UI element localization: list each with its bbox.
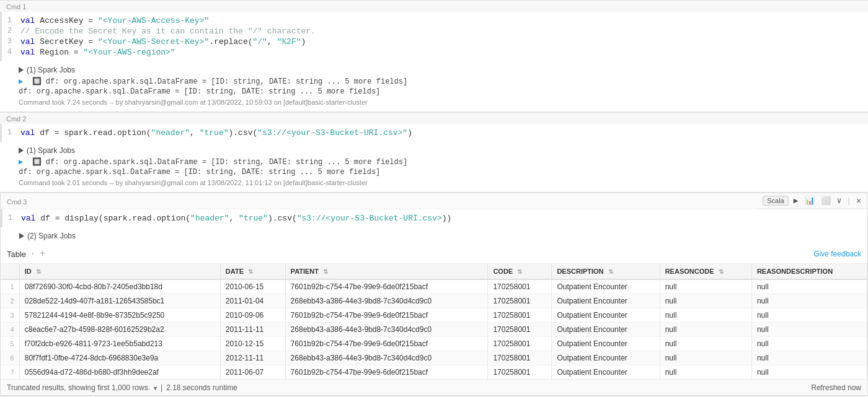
table-cell: 268ebb43-a386-44e3-9bd8-7c340d4cd9c0 [285,323,488,337]
col-header-description[interactable]: DESCRIPTION ⇅ [552,264,660,279]
cmd1-label: Cmd 1 [0,0,868,12]
expand-icon[interactable] [19,233,24,239]
col-header-reasoncode[interactable]: REASONCODE ⇅ [660,264,751,279]
table-body: 108f72690-30f0-4cbd-80b7-2405ed3bb18d201… [1,279,867,380]
table-cell: null [660,294,751,308]
row-num-cell: 4 [1,323,19,337]
table-row: 108f72690-30f0-4cbd-80b7-2405ed3bb18d201… [1,279,867,294]
table-cell: 80f7fdf1-0fbe-4724-8dcb-6968830e3e9a [19,351,220,365]
table-footer: Truncated results, showing first 1,000 r… [1,380,867,395]
table-cell: Outpatient Encounter [552,294,660,308]
col-header-reasondescription[interactable]: REASONDESCRIPTION [751,264,867,279]
cell-3: Cmd 3 Scala ▶ 📊 ⬜ ∨ | ✕ 1 val df = displ… [0,193,868,396]
table-cell: Outpatient Encounter [552,337,660,351]
table-cell: null [660,351,751,365]
footer-left: Truncated results, showing first 1,000 r… [7,383,237,392]
code-line: 1 val df = display(spark.read.option("he… [2,213,867,224]
dropdown-arrow[interactable]: ▾ [154,385,157,391]
tab-table-label[interactable]: Table [7,250,26,259]
spark-jobs-label: (2) Spark Jobs [27,232,76,240]
cell-2: Cmd 2 1 val df = spark.read.option("head… [0,112,868,193]
cmd3-output: (2) Spark Jobs [1,227,867,245]
table-header-row: ID ⇅ DATE ⇅ PATIENT ⇅ CODE ⇅ DESCRIPTION… [1,264,867,279]
table-cell: 170258001 [488,294,552,308]
expand-icon[interactable]: ⬜ [820,196,832,206]
data-table: ID ⇅ DATE ⇅ PATIENT ⇅ CODE ⇅ DESCRIPTION… [1,264,867,380]
table-cell: Outpatient Encounter [552,323,660,337]
table-cell: null [751,279,867,294]
chart-icon[interactable]: 📊 [804,196,816,206]
refreshed-label: Refreshed now [811,383,861,392]
table-toolbar-left: Table · + [7,248,45,260]
row-num-cell: 5 [1,337,19,351]
table-cell: c8eac6e7-a27b-4598-828f-60162529b2a2 [19,323,220,337]
col-header-id[interactable]: ID ⇅ [19,264,220,279]
table-cell: null [660,337,751,351]
footer-divider: | [161,383,162,392]
code-line: 1 val AccessKey = "<Your-AWS-Access-Key>… [2,15,868,26]
spark-jobs-row[interactable]: (1) Spark Jobs [19,144,862,157]
table-cell: null [751,323,867,337]
table-cell: 170258001 [488,365,552,380]
expand-icon[interactable] [19,147,24,154]
table-cell: Outpatient Encounter [552,365,660,380]
col-header-code[interactable]: CODE ⇅ [488,264,552,279]
add-tab-button[interactable]: + [40,248,46,260]
table-cell: Outpatient Encounter [552,308,660,323]
code-content: val df = display(spark.read.option("head… [21,214,861,223]
table-row: 680f7fdf1-0fbe-4724-8dcb-6968830e3e9a201… [1,351,867,365]
code-line: 4 val Region = "<Your-AWS-region>" [2,47,868,58]
table-cell: 7601b92b-c754-47be-99e9-6de0f215bacf [285,365,488,380]
cmd2-output: (1) Spark Jobs ▶ 🔲 df: org.apache.spark.… [0,142,868,192]
give-feedback-button[interactable]: Give feedback [813,250,861,258]
col-header-patient[interactable]: PATIENT ⇅ [285,264,488,279]
table-cell: 7601b92b-c754-47be-99e9-6de0f215bacf [285,279,488,294]
table-cell: 0556d94a-d72-486d-b680-df3hh9dee2af [19,365,220,380]
table-cell: null [660,365,751,380]
cmd3-label: Cmd 3 [1,196,33,207]
spark-jobs-row[interactable]: (2) Spark Jobs [19,230,861,242]
table-cell: 2010-09-06 [220,308,285,323]
cell3-toolbar: Scala ▶ 📊 ⬜ ∨ | ✕ [758,193,867,209]
table-cell: 170258001 [488,351,552,365]
row-num-cell: 3 [1,308,19,323]
divider: | [846,196,851,206]
chevron-down-icon[interactable]: ∨ [836,196,843,206]
df-spark-line: ▶ 🔲 df: org.apache.spark.sql.DataFrame =… [19,157,862,167]
table-row: 357821244-4194-4e8f-8b9e-87352b5c9250201… [1,308,867,323]
table-cell: 7601b92b-c754-47be-99e9-6de0f215bacf [285,337,488,351]
line-num: 1 [2,16,20,25]
table-cell: null [751,337,867,351]
code-content: val AccessKey = "<Your-AWS-Access-Key>" [20,16,862,25]
code-content: val SecretKey = "<Your-AWS-Secret-Key>".… [20,37,862,46]
cmd2-label: Cmd 2 [0,112,868,124]
table-cell: 2011-11-11 [220,323,285,337]
cmd1-output: (1) Spark Jobs ▶ 🔲 df: org.apache.spark.… [0,61,868,111]
expand-icon[interactable] [19,67,24,73]
table-row: 4c8eac6e7-a27b-4598-828f-60162529b2a2201… [1,323,867,337]
table-cell: 2010-06-15 [220,279,285,294]
table-row: 5f70f2dcb-e926-4811-9723-1ee5b5abd213201… [1,337,867,351]
line-num: 2 [2,27,20,35]
table-cell: 028de522-14d9-407f-a181-126543585bc1 [19,294,220,308]
table-cell: Outpatient Encounter [552,351,660,365]
close-icon[interactable]: ✕ [855,196,862,206]
run-button[interactable]: ▶ [792,196,800,206]
df-spark-line: ▶ 🔲 df: org.apache.spark.sql.DataFrame =… [19,76,862,87]
cmd1-timing: Command took 7.24 seconds -- by shahryar… [19,97,862,109]
df-output-line: df: org.apache.spark.sql.DataFrame = [ID… [19,167,862,177]
table-cell: 2010-12-15 [220,337,285,351]
table-cell: null [660,308,751,323]
col-header-rownum[interactable] [1,264,19,279]
spark-jobs-row[interactable]: (1) Spark Jobs [19,64,862,76]
notebook: Cmd 1 1 val AccessKey = "<Your-AWS-Acces… [0,0,868,397]
table-cell: null [751,308,867,323]
code-line: 3 val SecretKey = "<Your-AWS-Secret-Key>… [2,37,868,47]
data-table-wrap: ID ⇅ DATE ⇅ PATIENT ⇅ CODE ⇅ DESCRIPTION… [1,264,867,380]
scala-badge: Scala [763,196,789,206]
table-row: 70556d94a-d72-486d-b680-df3hh9dee2af2011… [1,365,867,380]
table-cell: 268ebb43-a386-44e3-9bd8-7c340d4cd9c0 [285,351,488,365]
col-header-date[interactable]: DATE ⇅ [220,264,285,279]
table-cell: f70f2dcb-e926-4811-9723-1ee5b5abd213 [19,337,220,351]
code-line: 1 val df = spark.read.option("header", "… [2,128,868,138]
